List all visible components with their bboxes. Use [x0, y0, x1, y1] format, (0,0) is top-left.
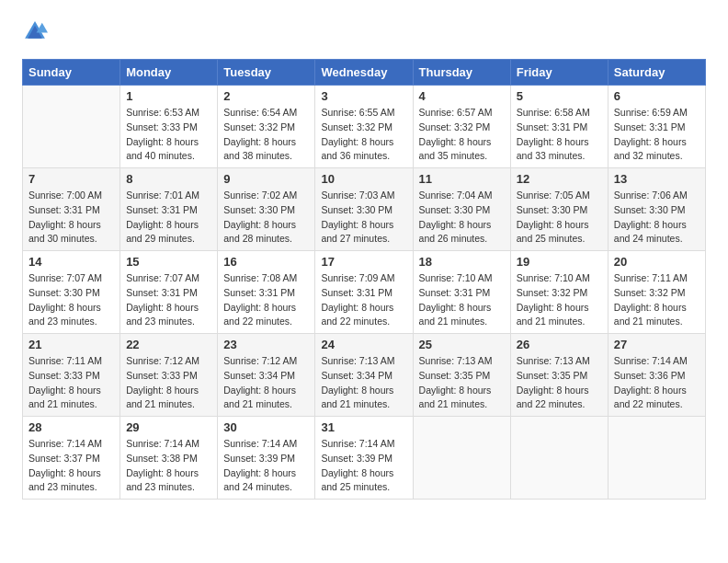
- day-info: Sunrise: 6:57 AM Sunset: 3:32 PM Dayligh…: [419, 106, 505, 164]
- daylight: Daylight: 8 hours and 26 minutes.: [419, 219, 492, 245]
- day-info: Sunrise: 7:10 AM Sunset: 3:32 PM Dayligh…: [517, 271, 602, 329]
- daylight: Daylight: 8 hours and 30 minutes.: [28, 219, 101, 245]
- calendar-cell: [608, 417, 705, 500]
- day-info: Sunrise: 6:54 AM Sunset: 3:32 PM Dayligh…: [223, 106, 309, 164]
- day-number: 29: [126, 420, 211, 434]
- day-info: Sunrise: 7:10 AM Sunset: 3:31 PM Dayligh…: [419, 271, 505, 329]
- daylight: Daylight: 8 hours and 22 minutes.: [614, 385, 687, 410]
- sunset: Sunset: 3:36 PM: [614, 370, 686, 381]
- day-number: 16: [223, 255, 309, 269]
- logo: [22, 18, 51, 44]
- calendar-cell: 4 Sunrise: 6:57 AM Sunset: 3:32 PM Dayli…: [413, 86, 510, 168]
- weekday-header-thursday: Thursday: [413, 60, 510, 86]
- sunset: Sunset: 3:30 PM: [614, 204, 686, 215]
- calendar-cell: 27 Sunrise: 7:14 AM Sunset: 3:36 PM Dayl…: [608, 334, 705, 417]
- calendar-table: SundayMondayTuesdayWednesdayThursdayFrid…: [22, 59, 706, 500]
- daylight: Daylight: 8 hours and 21 minutes.: [614, 302, 687, 327]
- day-number: 25: [419, 338, 505, 351]
- day-number: 8: [126, 172, 211, 186]
- daylight: Daylight: 8 hours and 21 minutes.: [419, 302, 492, 327]
- day-number: 2: [223, 89, 309, 103]
- sunset: Sunset: 3:30 PM: [517, 204, 588, 215]
- day-info: Sunrise: 7:12 AM Sunset: 3:33 PM Dayligh…: [126, 354, 211, 412]
- sunset: Sunset: 3:30 PM: [419, 204, 491, 215]
- sunset: Sunset: 3:34 PM: [223, 370, 295, 381]
- sunset: Sunset: 3:31 PM: [614, 121, 686, 132]
- sunrise: Sunrise: 7:12 AM: [126, 355, 199, 366]
- day-info: Sunrise: 6:58 AM Sunset: 3:31 PM Dayligh…: [517, 106, 602, 164]
- sunrise: Sunrise: 7:03 AM: [321, 190, 394, 201]
- calendar-cell: 9 Sunrise: 7:02 AM Sunset: 3:30 PM Dayli…: [218, 168, 315, 251]
- sunset: Sunset: 3:37 PM: [28, 453, 100, 464]
- daylight: Daylight: 8 hours and 40 minutes.: [126, 136, 199, 162]
- day-info: Sunrise: 7:07 AM Sunset: 3:30 PM Dayligh…: [28, 271, 114, 329]
- day-number: 12: [517, 172, 602, 186]
- day-number: 9: [223, 172, 309, 186]
- day-number: 13: [614, 172, 700, 186]
- calendar-cell: 6 Sunrise: 6:59 AM Sunset: 3:31 PM Dayli…: [608, 86, 705, 168]
- daylight: Daylight: 8 hours and 32 minutes.: [614, 136, 687, 162]
- sunset: Sunset: 3:31 PM: [223, 287, 295, 298]
- sunrise: Sunrise: 6:57 AM: [419, 107, 493, 118]
- day-info: Sunrise: 7:12 AM Sunset: 3:34 PM Dayligh…: [223, 354, 309, 412]
- calendar-cell: 10 Sunrise: 7:03 AM Sunset: 3:30 PM Dayl…: [315, 168, 413, 251]
- day-number: 7: [28, 172, 114, 186]
- calendar-cell: 15 Sunrise: 7:07 AM Sunset: 3:31 PM Dayl…: [120, 251, 218, 334]
- sunrise: Sunrise: 7:11 AM: [28, 355, 102, 366]
- calendar-cell: 11 Sunrise: 7:04 AM Sunset: 3:30 PM Dayl…: [413, 168, 510, 251]
- calendar-cell: 7 Sunrise: 7:00 AM Sunset: 3:31 PM Dayli…: [23, 168, 120, 251]
- daylight: Daylight: 8 hours and 36 minutes.: [321, 136, 393, 162]
- day-number: 22: [126, 338, 211, 351]
- sunset: Sunset: 3:31 PM: [28, 204, 100, 215]
- sunrise: Sunrise: 7:14 AM: [126, 438, 199, 449]
- day-info: Sunrise: 6:59 AM Sunset: 3:31 PM Dayligh…: [614, 106, 700, 164]
- sunrise: Sunrise: 7:01 AM: [126, 190, 199, 201]
- sunset: Sunset: 3:31 PM: [517, 121, 588, 132]
- sunrise: Sunrise: 6:58 AM: [517, 107, 590, 118]
- daylight: Daylight: 8 hours and 27 minutes.: [321, 219, 393, 245]
- day-info: Sunrise: 7:14 AM Sunset: 3:39 PM Dayligh…: [321, 437, 406, 495]
- day-info: Sunrise: 7:14 AM Sunset: 3:39 PM Dayligh…: [223, 437, 309, 495]
- day-number: 28: [28, 420, 114, 434]
- sunrise: Sunrise: 7:10 AM: [517, 272, 590, 283]
- sunrise: Sunrise: 7:07 AM: [28, 272, 102, 283]
- sunrise: Sunrise: 7:14 AM: [28, 438, 102, 449]
- day-info: Sunrise: 7:13 AM Sunset: 3:35 PM Dayligh…: [419, 354, 505, 412]
- sunset: Sunset: 3:38 PM: [126, 453, 198, 464]
- sunrise: Sunrise: 7:14 AM: [321, 438, 394, 449]
- sunrise: Sunrise: 6:55 AM: [321, 107, 394, 118]
- sunset: Sunset: 3:31 PM: [126, 287, 198, 298]
- sunrise: Sunrise: 6:53 AM: [126, 107, 199, 118]
- calendar-cell: 21 Sunrise: 7:11 AM Sunset: 3:33 PM Dayl…: [23, 334, 120, 417]
- daylight: Daylight: 8 hours and 21 minutes.: [28, 385, 101, 410]
- daylight: Daylight: 8 hours and 22 minutes.: [321, 302, 393, 327]
- calendar-cell: 22 Sunrise: 7:12 AM Sunset: 3:33 PM Dayl…: [120, 334, 218, 417]
- day-info: Sunrise: 7:09 AM Sunset: 3:31 PM Dayligh…: [321, 271, 406, 329]
- sunrise: Sunrise: 7:13 AM: [419, 355, 493, 366]
- calendar-cell: 18 Sunrise: 7:10 AM Sunset: 3:31 PM Dayl…: [413, 251, 510, 334]
- sunset: Sunset: 3:34 PM: [321, 370, 392, 381]
- sunrise: Sunrise: 7:05 AM: [517, 190, 590, 201]
- daylight: Daylight: 8 hours and 25 minutes.: [517, 219, 589, 245]
- daylight: Daylight: 8 hours and 25 minutes.: [321, 467, 393, 493]
- sunrise: Sunrise: 7:00 AM: [28, 190, 102, 201]
- daylight: Daylight: 8 hours and 21 minutes.: [419, 385, 492, 410]
- day-info: Sunrise: 7:13 AM Sunset: 3:34 PM Dayligh…: [321, 354, 406, 412]
- sunrise: Sunrise: 7:14 AM: [223, 438, 297, 449]
- calendar-cell: 1 Sunrise: 6:53 AM Sunset: 3:33 PM Dayli…: [120, 86, 218, 168]
- day-number: 27: [614, 338, 700, 351]
- calendar-cell: 17 Sunrise: 7:09 AM Sunset: 3:31 PM Dayl…: [315, 251, 413, 334]
- day-info: Sunrise: 7:11 AM Sunset: 3:33 PM Dayligh…: [28, 354, 114, 412]
- calendar-cell: 8 Sunrise: 7:01 AM Sunset: 3:31 PM Dayli…: [120, 168, 218, 251]
- day-info: Sunrise: 6:53 AM Sunset: 3:33 PM Dayligh…: [126, 106, 211, 164]
- weekday-header-tuesday: Tuesday: [218, 60, 315, 86]
- sunset: Sunset: 3:30 PM: [28, 287, 100, 298]
- calendar-cell: 25 Sunrise: 7:13 AM Sunset: 3:35 PM Dayl…: [413, 334, 510, 417]
- sunrise: Sunrise: 7:13 AM: [321, 355, 394, 366]
- daylight: Daylight: 8 hours and 23 minutes.: [28, 467, 101, 493]
- day-info: Sunrise: 7:14 AM Sunset: 3:37 PM Dayligh…: [28, 437, 114, 495]
- weekday-header-monday: Monday: [120, 60, 218, 86]
- day-info: Sunrise: 7:02 AM Sunset: 3:30 PM Dayligh…: [223, 189, 309, 247]
- sunset: Sunset: 3:39 PM: [321, 453, 392, 464]
- day-number: 11: [419, 172, 505, 186]
